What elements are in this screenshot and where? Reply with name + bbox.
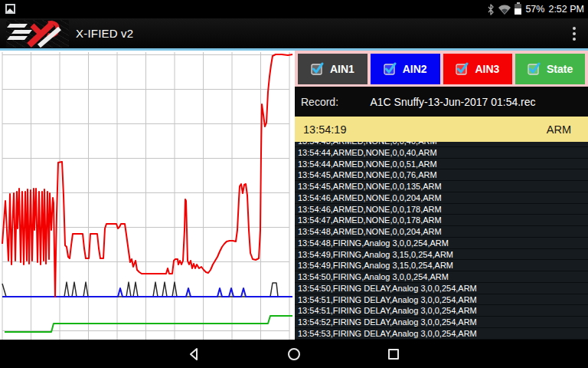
series-ain3 [2, 54, 292, 297]
log-row[interactable]: 13:54:51,FIRING DELAY,Analog 3,0,0,254,A… [295, 305, 588, 317]
series-ain2 [2, 288, 292, 297]
overflow-menu-icon[interactable] [573, 27, 576, 41]
log-row[interactable]: 13:54:48,ARMED,NONE,0,0,204,ARM [295, 226, 588, 238]
app-bar: X-IFIED v2 [0, 18, 588, 48]
clock: 2:52 PM [548, 4, 584, 15]
channel-label: AIN2 [403, 63, 427, 75]
log-row[interactable]: 13:54:45,ARMED,NONE,0,0,135,ARM [295, 181, 588, 192]
channel-label: State [547, 63, 573, 75]
log-row[interactable]: 13:54:49,FIRING,Analog 3,15,0,254,ARM [295, 249, 588, 261]
channel-label: AIN3 [475, 63, 499, 75]
bluetooth-icon [487, 4, 495, 15]
log-row[interactable]: 13:54:50,FIRING DELAY,Analog 3,0,0,254,A… [295, 283, 588, 294]
channel-ain1-toggle[interactable]: AIN1 [298, 54, 368, 84]
recents-button[interactable] [386, 347, 401, 362]
selected-event-time: 13:54:19 [303, 123, 346, 136]
signal-chart [0, 51, 295, 340]
chart-panel [0, 51, 295, 340]
log-row[interactable]: 13:54:45,ARMED,NONE,0,0,76,ARM [295, 169, 588, 181]
log-row[interactable]: 13:54:50,FIRING,Analog 3,0,0,254,ARM [295, 271, 588, 283]
log-row[interactable]: 13:54:44,ARMED,NONE,0,0,40,ARM [295, 147, 588, 159]
record-label: Record: [301, 96, 338, 108]
channel-label: AIN1 [330, 63, 354, 75]
checkbox-checked-icon[interactable] [528, 62, 541, 74]
log-row[interactable]: 13:54:46,ARMED,NONE,0,0,178,ARM [295, 204, 588, 215]
log-row[interactable]: 13:54:53,FIRING DELAY,Analog 3,0,0,254,A… [295, 328, 588, 340]
log-row[interactable]: 13:54:51,FIRING DELAY,Analog 3,0,0,254,A… [295, 294, 588, 306]
log-row[interactable]: 13:54:44,ARMED,NONE,0,0,51,ARM [295, 159, 588, 170]
log-list-viewport[interactable]: 13:54:43,ARMED,NONE,0,0,40,ARM13:54:44,A… [295, 142, 588, 340]
channel-toggles: AIN1AIN2AIN3State [295, 51, 588, 87]
log-row[interactable]: 13:54:43,ARMED,NONE,0,0,40,ARM [295, 142, 588, 147]
channel-state-toggle[interactable]: State [515, 54, 585, 84]
log-row[interactable]: 13:54:46,ARMED,NONE,0,0,204,ARM [295, 192, 588, 204]
log-row[interactable]: 13:54:48,FIRING,Analog 3,0,0,254,ARM [295, 238, 588, 249]
channel-ain2-toggle[interactable]: AIN2 [371, 54, 440, 84]
app-logo [6, 20, 69, 48]
home-button[interactable] [286, 347, 302, 362]
selected-event-state: ARM [547, 123, 571, 136]
checkbox-checked-icon[interactable] [384, 62, 397, 74]
checkbox-checked-icon[interactable] [311, 62, 325, 74]
battery-icon [514, 4, 521, 15]
screenshot-notification-icon [5, 4, 15, 14]
android-nav-bar [0, 340, 588, 368]
selected-event-row: 13:54:19 ARM [295, 117, 588, 142]
checkbox-checked-icon[interactable] [456, 62, 469, 74]
log-row[interactable]: 13:54:47,ARMED,NONE,0,0,178,ARM [295, 215, 588, 226]
main-content: AIN1AIN2AIN3State Record: A1C Snuffy-13-… [0, 51, 588, 340]
series-ain1 [2, 282, 292, 297]
log-row[interactable]: 13:54:52,FIRING DELAY,Analog 3,0,0,254,A… [295, 317, 588, 328]
channel-ain3-toggle[interactable]: AIN3 [443, 54, 513, 84]
wifi-icon [498, 5, 511, 15]
record-filename: A1C Snuffy-13-Jun-2017 01:54.rec [295, 96, 588, 108]
screen: 57% 2:52 PM X-IFIED v2 AIN1AIN [0, 0, 588, 368]
battery-percent: 57% [525, 4, 544, 15]
right-panel: AIN1AIN2AIN3State Record: A1C Snuffy-13-… [295, 51, 588, 340]
series-state [5, 316, 292, 332]
log-row[interactable]: 13:54:49,FIRING,Analog 3,15,0,254,ARM [295, 260, 588, 271]
log-list: 13:54:43,ARMED,NONE,0,0,40,ARM13:54:44,A… [295, 142, 588, 340]
app-title: X-IFIED v2 [76, 27, 133, 40]
record-row: Record: A1C Snuffy-13-Jun-2017 01:54.rec [295, 87, 588, 117]
status-bar: 57% 2:52 PM [0, 0, 588, 18]
back-button[interactable] [187, 347, 202, 362]
